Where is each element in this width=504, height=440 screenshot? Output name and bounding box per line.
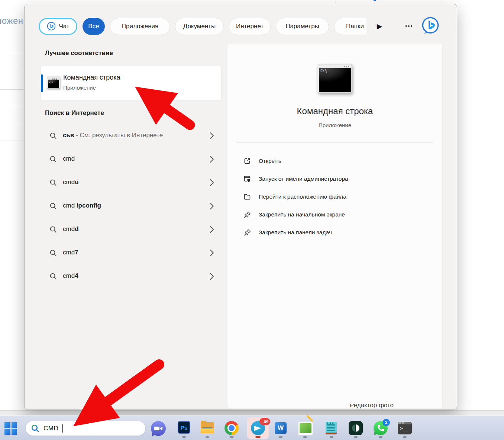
windows-logo-pane bbox=[4, 429, 10, 435]
running-indicator bbox=[303, 436, 307, 438]
action-label: Закрепить на панели задач bbox=[259, 229, 332, 236]
web-suggestion-row[interactable]: cmdd bbox=[41, 221, 221, 239]
windows-search-panel: Чат Все Приложения Документы Интернет Па… bbox=[24, 4, 457, 410]
best-match-item[interactable]: C:\_ Командная строка Приложение bbox=[41, 66, 222, 101]
search-filter-tabs: Чат Все Приложения Документы Интернет Па… bbox=[39, 17, 366, 36]
best-match-section-title: Лучшее соответствие bbox=[45, 49, 113, 57]
taskbar-photo-editor-icon[interactable] bbox=[298, 421, 313, 435]
web-suggestion-row[interactable]: cmd4 bbox=[41, 267, 221, 286]
detail-app-title: Командная строка bbox=[227, 106, 442, 116]
background-window-border bbox=[342, 409, 342, 415]
more-options-icon[interactable]: ••• bbox=[399, 19, 419, 34]
bing-chat-icon[interactable] bbox=[421, 16, 440, 35]
tab-web[interactable]: Интернет bbox=[229, 18, 271, 35]
search-icon bbox=[49, 155, 57, 164]
taskbar-telegram-icon[interactable]: ..09 bbox=[247, 417, 269, 439]
taskbar-chrome-icon[interactable] bbox=[224, 421, 239, 435]
action-pin-to-start[interactable]: Закрепить на начальном экране bbox=[237, 207, 433, 223]
pin-icon bbox=[243, 228, 251, 238]
tab-documents[interactable]: Документы bbox=[175, 18, 224, 35]
background-strip bbox=[0, 410, 504, 416]
tab-folders[interactable]: Папки bbox=[334, 18, 366, 35]
taskbar-word-icon[interactable]: W bbox=[275, 421, 287, 434]
action-open[interactable]: Открыть bbox=[237, 154, 433, 169]
cmd-icon-prompt: C:\_ bbox=[48, 80, 59, 88]
chevron-right-icon[interactable] bbox=[210, 249, 214, 258]
pencil-icon bbox=[306, 415, 313, 422]
tab-apps[interactable]: Приложения bbox=[110, 18, 170, 35]
web-suggestion-row[interactable]: сьв - См. результаты в Интернете bbox=[41, 127, 221, 145]
running-indicator bbox=[182, 436, 186, 438]
divider bbox=[237, 142, 433, 143]
cmd-icon-titlebar bbox=[319, 65, 351, 68]
taskbar-search-input[interactable]: CMD bbox=[25, 421, 146, 436]
chevron-right-icon[interactable] bbox=[210, 155, 214, 164]
suggestion-text: cmdü bbox=[63, 179, 79, 186]
search-icon bbox=[49, 273, 57, 282]
taskbar-file-explorer-icon[interactable] bbox=[201, 421, 214, 433]
action-pin-to-taskbar[interactable]: Закрепить на панели задач bbox=[237, 225, 433, 241]
suggestion-text: cmd7 bbox=[63, 249, 78, 256]
running-indicator-attention bbox=[255, 436, 261, 438]
camera-icon bbox=[154, 427, 159, 430]
running-indicator bbox=[206, 436, 209, 438]
background-table-line bbox=[0, 141, 23, 141]
background-table-line bbox=[0, 124, 23, 124]
web-suggestion-row[interactable]: cmdü bbox=[41, 174, 221, 192]
running-indicator bbox=[230, 436, 233, 438]
suggestion-text: cmdd bbox=[63, 225, 79, 233]
taskbar-terminal-icon[interactable]: >_ bbox=[398, 421, 412, 434]
folder-icon bbox=[243, 193, 251, 202]
chevron-right-icon[interactable] bbox=[210, 132, 214, 141]
action-run-as-admin[interactable]: Запуск от имени администратора bbox=[237, 171, 433, 187]
search-input-value: CMD bbox=[43, 425, 58, 432]
action-label: Перейти к расположению файла bbox=[259, 193, 346, 200]
web-search-section-title: Поиск в Интернете bbox=[45, 109, 104, 117]
suggestion-text: cmd4 bbox=[63, 272, 78, 280]
taskbar: CMD Ps ..09 W bbox=[0, 415, 504, 440]
windows-start-icon[interactable] bbox=[4, 422, 17, 435]
tabs-scroll-right-icon[interactable]: ▶ bbox=[373, 19, 386, 34]
web-suggestion-row[interactable]: cmd7 bbox=[41, 244, 221, 263]
action-open-file-location[interactable]: Перейти к расположению файла bbox=[237, 189, 433, 205]
bing-chat-icon bbox=[46, 22, 56, 31]
taskbar-teams-chat-icon[interactable] bbox=[151, 421, 166, 436]
windows-logo-pane bbox=[12, 429, 17, 435]
suggestion-text: сьв - См. результаты в Интернете bbox=[63, 132, 163, 139]
taskbar-whatsapp-icon[interactable]: 3 bbox=[374, 421, 388, 435]
chevron-right-icon[interactable] bbox=[210, 202, 214, 211]
web-suggestion-row[interactable]: cmd ipconfig bbox=[41, 197, 221, 216]
tab-settings[interactable]: Параметры bbox=[276, 18, 329, 35]
background-table-line bbox=[0, 71, 23, 71]
open-icon bbox=[243, 157, 251, 167]
cmd-icon-titlebar bbox=[48, 78, 59, 80]
admin-shield-icon bbox=[243, 175, 251, 184]
windows-logo-pane bbox=[12, 422, 17, 428]
search-icon bbox=[49, 226, 57, 235]
chevron-right-icon[interactable] bbox=[210, 226, 214, 235]
search-icon bbox=[49, 132, 57, 141]
whatsapp-notification-badge: 3 bbox=[382, 419, 390, 426]
running-indicator bbox=[330, 436, 333, 438]
suggestion-text: cmd bbox=[63, 155, 75, 163]
suggestion-text: cmd ipconfig bbox=[63, 202, 101, 209]
taskbar-dark-green-app-icon[interactable] bbox=[349, 421, 363, 435]
detail-app-subtitle: Приложение bbox=[227, 122, 442, 128]
taskbar-photoshop-icon[interactable]: Ps bbox=[178, 421, 190, 434]
taskbar-notepad-icon[interactable] bbox=[326, 421, 337, 434]
chevron-right-icon[interactable] bbox=[210, 179, 214, 188]
background-blue-fragment bbox=[374, 0, 376, 1]
text-cursor bbox=[62, 424, 63, 433]
tab-label: Чат bbox=[59, 23, 69, 30]
running-indicator bbox=[379, 436, 382, 438]
tab-chat[interactable]: Чат bbox=[39, 18, 77, 35]
web-suggestion-row[interactable]: cmd bbox=[41, 150, 221, 169]
selection-accent-bar bbox=[41, 74, 43, 92]
background-clipped-label: Редактор фото bbox=[350, 404, 417, 410]
tab-all[interactable]: Все bbox=[83, 18, 105, 35]
action-label: Открыть bbox=[259, 158, 281, 164]
camera-lens bbox=[160, 427, 162, 430]
chevron-right-icon[interactable] bbox=[210, 273, 214, 282]
background-table-line bbox=[0, 89, 23, 90]
search-icon bbox=[49, 202, 57, 211]
